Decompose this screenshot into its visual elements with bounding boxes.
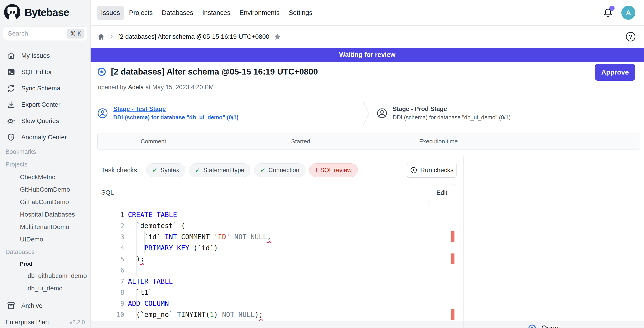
banner-text: Waiting for review <box>339 51 396 58</box>
stage-person-icon <box>97 108 108 118</box>
sql-section-label: SQL <box>101 189 114 196</box>
sidebar-db-githubcom-demo[interactable]: db_githubcom_demo <box>0 270 90 282</box>
main-area: Issues Projects Databases Instances Envi… <box>90 0 644 328</box>
issue-header: [2 databases] Alter schema @05-15 16:19 … <box>90 62 644 100</box>
check-sql-review[interactable]: SQL review <box>309 163 358 177</box>
top-nav-right: A <box>603 6 636 20</box>
stage-pipeline: Stage - Test Stage DDL(schema) for datab… <box>90 100 644 126</box>
breadcrumb: [2 databases] Alter schema @05-15 16:19 … <box>90 26 644 48</box>
terminal-icon <box>7 68 16 76</box>
user-avatar[interactable]: A <box>621 6 636 20</box>
tab-settings[interactable]: Settings <box>285 6 316 20</box>
sidebar-section-databases: Databases <box>0 246 90 258</box>
brand-logo[interactable]: Bytebase <box>0 0 90 21</box>
sidebar-item-sync-schema[interactable]: Sync Schema <box>0 80 90 96</box>
column-header-comment: Comment <box>140 134 166 149</box>
sidebar-item-slow-queries[interactable]: Slow Queries <box>0 113 90 129</box>
home-icon <box>7 52 16 60</box>
check-syntax[interactable]: Syntax <box>146 163 185 177</box>
code-line: 4 PRIMARY KEY (`id`) <box>100 242 455 254</box>
sidebar-item-label: Slow Queries <box>21 117 59 124</box>
sidebar-project-gitlabcomdemo[interactable]: GitLabComDemo <box>0 196 90 208</box>
line-number: 7 <box>100 278 124 285</box>
sql-code-editor[interactable]: 1 CREATE TABLE 2 `demotest` ( 3 `id` INT… <box>100 206 455 321</box>
edit-sql-button[interactable]: Edit <box>429 184 455 202</box>
stage-title[interactable]: Stage - Test Stage <box>113 106 238 112</box>
overview-ruler <box>449 206 449 321</box>
check-connection[interactable]: Connection <box>254 163 306 177</box>
tab-projects[interactable]: Projects <box>126 6 156 20</box>
breadcrumb-title[interactable]: [2 databases] Alter schema @05-15 16:19 … <box>118 33 269 40</box>
search-box[interactable]: ⌘ K <box>3 26 87 41</box>
approve-button[interactable]: Approve <box>595 64 635 81</box>
sidebar-footer[interactable]: Enterprise Plan v2.2.0 <box>0 316 90 328</box>
sidebar-project-hospital-databases[interactable]: Hospital Databases <box>0 208 90 221</box>
run-checks-label: Run checks <box>420 166 453 174</box>
run-checks-button[interactable]: Run checks <box>407 163 456 178</box>
check-pass-icon <box>260 166 266 174</box>
line-number: 5 <box>100 255 124 263</box>
bookmark-star-icon[interactable] <box>273 32 282 41</box>
indent-guide <box>136 220 136 276</box>
sidebar-item-archive[interactable]: Archive <box>0 298 90 314</box>
breadcrumb-home-icon[interactable] <box>97 33 105 40</box>
code-line: 9 ADD COLUMN <box>100 298 455 309</box>
sidebar-item-my-issues[interactable]: My Issues <box>0 48 90 64</box>
review-status-banner: Waiting for review <box>90 48 644 62</box>
code-line: 6 <box>100 264 455 276</box>
top-nav-tabs: Issues Projects Databases Instances Envi… <box>97 6 316 20</box>
tab-instances[interactable]: Instances <box>198 6 234 20</box>
sync-icon <box>7 84 16 93</box>
plan-label: Enterprise Plan <box>6 318 49 326</box>
sidebar-project-checkmetric[interactable]: CheckMetric <box>0 171 90 183</box>
code-line: 2 `demotest` ( <box>100 220 455 231</box>
issue-meta: opened by Adela at May 15, 2023 4:20 PM <box>98 84 214 91</box>
status-value: Open <box>528 324 559 328</box>
line-number: 9 <box>100 300 124 308</box>
issue-author[interactable]: Adela <box>128 84 144 90</box>
line-number: 10 <box>100 311 124 318</box>
sidebar-item-label: Archive <box>21 302 42 310</box>
issue-title-row: [2 databases] Alter schema @05-15 16:19 … <box>97 67 318 76</box>
sidebar-item-export-center[interactable]: Export Center <box>0 96 90 113</box>
check-label: SQL review <box>320 167 352 174</box>
status-label: Status <box>475 327 494 328</box>
notification-dot <box>609 6 614 11</box>
sidebar-item-label: SQL Editor <box>21 68 52 76</box>
sidebar-section-bookmarks[interactable]: Bookmarks <box>0 146 90 158</box>
sidebar-project-multitenantdemo[interactable]: MultiTenantDemo <box>0 221 90 233</box>
code-line: 10 (`emp_no` TINYINT(1) NOT NULL); <box>100 309 455 320</box>
top-nav: Issues Projects Databases Instances Envi… <box>90 0 644 26</box>
help-icon[interactable] <box>626 32 636 42</box>
sidebar-item-label: Export Center <box>21 101 60 108</box>
stage-test-stage[interactable]: Stage - Test Stage DDL(schema) for datab… <box>97 100 238 126</box>
notifications-bell-icon[interactable] <box>603 8 613 18</box>
download-icon <box>7 100 16 109</box>
tab-environments[interactable]: Environments <box>236 6 283 20</box>
search-shortcut: ⌘ K <box>67 29 84 38</box>
play-circle-icon <box>410 166 417 174</box>
shield-icon <box>7 133 16 142</box>
check-error-icon <box>315 167 317 174</box>
stage-prod-stage[interactable]: Stage - Prod Stage DDL(schema) for datab… <box>377 100 511 126</box>
sidebar-db-ui-demo[interactable]: db_ui_demo <box>0 282 90 294</box>
sidebar-item-sql-editor[interactable]: SQL Editor <box>0 64 90 80</box>
code-line: 1 CREATE TABLE <box>100 209 455 220</box>
error-marker <box>451 231 454 242</box>
check-label: Syntax <box>160 167 179 174</box>
status-open-icon <box>528 324 536 328</box>
sidebar-item-anomaly-center[interactable]: Anomaly Center <box>0 129 90 146</box>
sidebar-project-uidemo[interactable]: UIDemo <box>0 233 90 246</box>
tab-databases[interactable]: Databases <box>158 6 197 20</box>
sidebar-project-githubcomdemo[interactable]: GitHubComDemo <box>0 183 90 196</box>
line-number: 1 <box>100 211 124 218</box>
brand-name: Bytebase <box>24 6 69 18</box>
sidebar: Bytebase ⌘ K My Issues SQL Editor <box>0 0 90 328</box>
line-number: 8 <box>100 288 124 296</box>
sidebar-item-label: My Issues <box>21 52 50 59</box>
tab-issues[interactable]: Issues <box>97 6 124 20</box>
check-pass-icon <box>195 166 200 174</box>
stage-task-link[interactable]: DDL(schema) for database "db_ui_demo" (0… <box>113 114 238 121</box>
search-input[interactable] <box>8 30 67 37</box>
check-statement-type[interactable]: Statement type <box>189 163 250 177</box>
